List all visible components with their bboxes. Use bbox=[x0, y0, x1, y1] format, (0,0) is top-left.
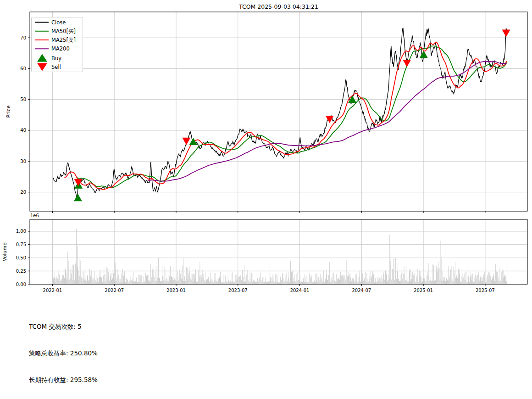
close-line bbox=[53, 28, 507, 198]
volume-ytick-label: 0.00 bbox=[16, 282, 26, 287]
hold-return-line: 长期持有收益: 295.58% bbox=[29, 376, 255, 384]
ma25-line bbox=[65, 42, 507, 189]
x-tick-label: 2023-07 bbox=[228, 288, 248, 293]
volume-axis-label: Volume bbox=[2, 242, 8, 261]
price-ytick-label: 30 bbox=[20, 159, 26, 164]
price-ytick-label: 50 bbox=[20, 97, 26, 102]
legend: CloseMA50[买]MA25[卖]MA200BuySell bbox=[32, 17, 83, 72]
tick-labels: 2030405060700.000.250.500.751.002022-012… bbox=[16, 35, 495, 293]
x-tick-label: 2024-07 bbox=[352, 288, 371, 293]
x-tick-label: 2024-01 bbox=[290, 288, 310, 293]
volume-ytick-label: 0.25 bbox=[16, 269, 26, 274]
stock-strategy-figure: 2030405060700.000.250.500.751.002022-012… bbox=[0, 0, 532, 399]
gridlines bbox=[30, 12, 527, 284]
price-ytick-label: 20 bbox=[20, 190, 26, 195]
x-tick-label: 2023-01 bbox=[166, 288, 186, 293]
volume-bars bbox=[53, 229, 507, 284]
x-tick-label: 2025-01 bbox=[414, 288, 433, 293]
legend-label: Buy bbox=[51, 55, 61, 62]
price-volume-chart: 2030405060700.000.250.500.751.002022-012… bbox=[0, 0, 532, 298]
x-tick-label: 2025-07 bbox=[476, 288, 495, 293]
stats-block: TCOM 交易次数: 5 策略总收益率: 250.80% 长期持有收益: 295… bbox=[29, 304, 255, 399]
price-ytick-label: 60 bbox=[20, 66, 26, 71]
price-ytick-label: 40 bbox=[20, 128, 26, 133]
price-axis-label: Price bbox=[6, 105, 11, 118]
price-ytick-label: 70 bbox=[20, 35, 26, 40]
legend-label: Close bbox=[51, 19, 66, 26]
x-tick-label: 2022-07 bbox=[105, 288, 124, 293]
volume-ytick-label: 0.50 bbox=[16, 255, 26, 260]
x-tick-label: 2022-01 bbox=[43, 288, 62, 293]
legend-label: MA25[卖] bbox=[51, 37, 76, 43]
axes bbox=[28, 12, 527, 286]
trade-count-line: TCOM 交易次数: 5 bbox=[29, 322, 255, 331]
legend-label: MA200 bbox=[51, 45, 70, 52]
volume-scale-label: 1e6 bbox=[30, 213, 39, 218]
volume-ytick-label: 1.00 bbox=[16, 229, 26, 234]
legend-label: Sell bbox=[51, 64, 61, 70]
ma50-line bbox=[77, 46, 507, 188]
chart-title: TCOM 2025-09-03 04:31:21 bbox=[238, 3, 318, 10]
strategy-return-line: 策略总收益率: 250.80% bbox=[29, 349, 255, 358]
legend-label: MA50[买] bbox=[51, 28, 76, 34]
volume-ytick-label: 0.75 bbox=[16, 242, 26, 247]
